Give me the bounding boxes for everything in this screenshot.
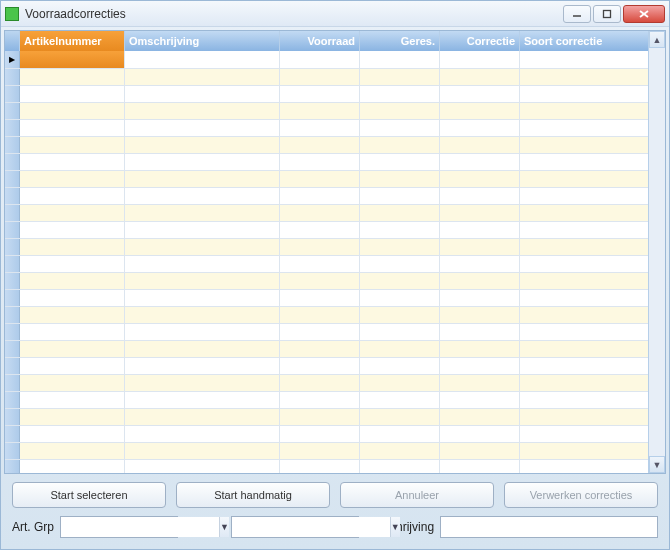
table-row[interactable] xyxy=(5,170,648,187)
cell[interactable] xyxy=(20,324,125,340)
cell[interactable] xyxy=(125,120,280,136)
cell[interactable] xyxy=(440,273,520,289)
cell[interactable] xyxy=(20,256,125,272)
table-row[interactable] xyxy=(5,340,648,357)
verwerken-button[interactable]: Verwerken correcties xyxy=(504,482,658,508)
chevron-down-icon[interactable]: ▼ xyxy=(219,517,229,537)
cell[interactable] xyxy=(125,239,280,255)
cell[interactable] xyxy=(280,137,360,153)
cell[interactable] xyxy=(520,290,648,306)
cell[interactable] xyxy=(20,188,125,204)
cell[interactable] xyxy=(280,69,360,85)
row-header[interactable] xyxy=(5,154,20,170)
omschrijving-input[interactable] xyxy=(440,516,658,538)
cell[interactable] xyxy=(280,324,360,340)
cell[interactable] xyxy=(280,103,360,119)
cell[interactable] xyxy=(520,188,648,204)
row-header[interactable] xyxy=(5,460,20,473)
cell[interactable] xyxy=(125,137,280,153)
table-row[interactable] xyxy=(5,119,648,136)
cell[interactable] xyxy=(440,358,520,374)
annuleer-button[interactable]: Annuleer xyxy=(340,482,494,508)
cell[interactable] xyxy=(20,426,125,442)
cell[interactable] xyxy=(125,290,280,306)
table-row[interactable] xyxy=(5,272,648,289)
scroll-down-button[interactable]: ▼ xyxy=(649,456,665,473)
cell[interactable] xyxy=(360,222,440,238)
cell[interactable] xyxy=(520,103,648,119)
cell[interactable] xyxy=(20,409,125,425)
cell[interactable] xyxy=(125,69,280,85)
maximize-button[interactable] xyxy=(593,5,621,23)
cell[interactable] xyxy=(520,358,648,374)
cell[interactable] xyxy=(20,120,125,136)
table-row[interactable] xyxy=(5,102,648,119)
cell[interactable] xyxy=(280,171,360,187)
cell[interactable] xyxy=(440,222,520,238)
cell[interactable] xyxy=(125,273,280,289)
cell[interactable] xyxy=(440,137,520,153)
cell[interactable] xyxy=(520,171,648,187)
cell[interactable] xyxy=(520,137,648,153)
row-header[interactable] xyxy=(5,256,20,272)
cell[interactable] xyxy=(520,443,648,459)
header-voorraad[interactable]: Voorraad xyxy=(280,31,360,51)
cell[interactable] xyxy=(125,51,280,68)
row-header[interactable] xyxy=(5,188,20,204)
cell[interactable] xyxy=(440,426,520,442)
cell[interactable] xyxy=(520,205,648,221)
table-row[interactable] xyxy=(5,51,648,68)
table-row[interactable] xyxy=(5,459,648,473)
row-header[interactable] xyxy=(5,120,20,136)
cell[interactable] xyxy=(20,290,125,306)
cell[interactable] xyxy=(360,307,440,323)
table-row[interactable] xyxy=(5,374,648,391)
cell[interactable] xyxy=(520,460,648,473)
cell[interactable] xyxy=(520,341,648,357)
cell[interactable] xyxy=(360,239,440,255)
stock-corrections-grid[interactable]: Artikelnummer Omschrijving Voorraad Gere… xyxy=(5,31,648,473)
cell[interactable] xyxy=(20,222,125,238)
cell[interactable] xyxy=(280,205,360,221)
row-header[interactable] xyxy=(5,51,20,68)
cell[interactable] xyxy=(280,392,360,408)
cell[interactable] xyxy=(280,426,360,442)
row-header[interactable] xyxy=(5,239,20,255)
cell[interactable] xyxy=(280,341,360,357)
cell[interactable] xyxy=(125,188,280,204)
cell[interactable] xyxy=(280,307,360,323)
cell[interactable] xyxy=(20,273,125,289)
row-header[interactable] xyxy=(5,273,20,289)
table-row[interactable] xyxy=(5,238,648,255)
row-header[interactable] xyxy=(5,86,20,102)
cell[interactable] xyxy=(520,324,648,340)
srt-cor-input[interactable] xyxy=(232,517,390,537)
table-row[interactable] xyxy=(5,68,648,85)
cell[interactable] xyxy=(280,290,360,306)
cell[interactable] xyxy=(360,273,440,289)
cell[interactable] xyxy=(440,392,520,408)
row-header[interactable] xyxy=(5,205,20,221)
cell[interactable] xyxy=(360,103,440,119)
cell[interactable] xyxy=(360,409,440,425)
cell[interactable] xyxy=(125,324,280,340)
table-row[interactable] xyxy=(5,153,648,170)
row-header[interactable] xyxy=(5,375,20,391)
cell[interactable] xyxy=(520,69,648,85)
cell[interactable] xyxy=(125,307,280,323)
cell[interactable] xyxy=(440,103,520,119)
cell[interactable] xyxy=(20,51,125,68)
cell[interactable] xyxy=(360,426,440,442)
cell[interactable] xyxy=(20,205,125,221)
cell[interactable] xyxy=(125,443,280,459)
cell[interactable] xyxy=(125,426,280,442)
start-selecteren-button[interactable]: Start selecteren xyxy=(12,482,166,508)
cell[interactable] xyxy=(440,154,520,170)
header-omschrijving[interactable]: Omschrijving xyxy=(125,31,280,51)
cell[interactable] xyxy=(360,205,440,221)
cell[interactable] xyxy=(360,256,440,272)
cell[interactable] xyxy=(20,358,125,374)
cell[interactable] xyxy=(520,307,648,323)
cell[interactable] xyxy=(520,256,648,272)
cell[interactable] xyxy=(20,460,125,473)
